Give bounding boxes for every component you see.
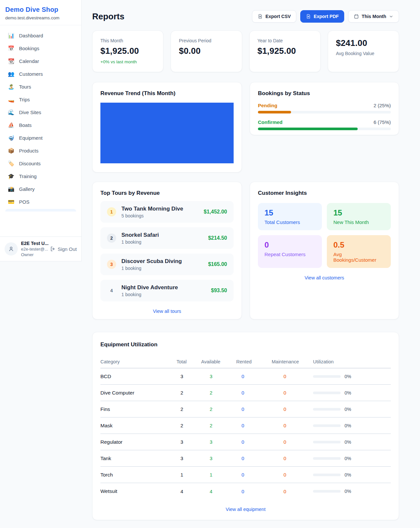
utilization-pct: 0% [345,472,351,477]
cell-maintenance: 0 [272,439,313,445]
sidebar-item-label: Boats [19,122,32,128]
sidebar-item-calendar[interactable]: 📆 Calendar [3,55,79,68]
col-header-total: Total [177,359,201,364]
insight-repeat-customers: 0 Repeat Customers [258,235,322,268]
sidebar-item-gallery[interactable]: 📸 Gallery [3,183,79,195]
tour-bookings: 1 booking [121,292,206,297]
table-row: Mask 2 2 0 0 0% [100,417,391,434]
cell-available: 2 [201,423,236,428]
calendar-icon: 📅 [8,45,14,51]
utilization-bar [313,457,341,460]
cell-rented: 0 [236,374,272,379]
tour-name: Discover Scuba Diving [121,258,203,265]
stat-value: $1,925.00 [100,46,155,56]
cell-available: 2 [201,406,236,412]
sidebar-item-bookings[interactable]: 📅 Bookings [3,42,79,55]
cell-rented: 0 [236,456,272,461]
sign-out-icon [50,246,56,252]
sidebar-item-discounts[interactable]: 🏷️ Discounts [3,157,79,170]
user-name: E2E Test U... [21,241,47,246]
export-csv-label: Export CSV [265,14,291,19]
view-all-tours-link[interactable]: View all tours [153,309,181,314]
tour-name: Snorkel Safari [121,232,203,238]
status-count: 2 (25%) [373,103,391,108]
bookings-by-status-title: Bookings by Status [258,90,391,97]
export-pdf-button[interactable]: Export PDF [300,10,344,23]
sidebar-item-tours[interactable]: 🏝️ Tours [3,80,79,93]
sidebar-item-label: Discounts [19,161,41,166]
cell-total: 2 [177,390,201,396]
sidebar-item-label: Bookings [19,46,39,51]
cell-category: BCD [100,374,177,379]
brand: Demo Dive Shop demo.test.divestreams.com [0,0,81,25]
view-all-equipment-link[interactable]: View all equipment [226,507,265,512]
sign-out-label: Sign Out [58,246,77,252]
cell-rented: 0 [236,390,272,396]
rank-badge: 1 [107,207,116,216]
user-email: e2e-tester@... [21,247,47,252]
cell-total: 3 [177,374,201,379]
sidebar-item-active-partial[interactable] [5,209,76,212]
sidebar-item-label: Training [19,173,37,179]
tour-amount: $214.50 [208,235,227,241]
stat-value: $241.00 [336,38,391,48]
status-bar-fill [258,111,291,113]
sidebar-item-trips[interactable]: 🚤 Trips [3,93,79,106]
page-header: Reports Export CSV Export PDF [92,10,399,23]
sidebar-item-label: Dive Sites [19,110,41,115]
sign-out-button[interactable]: Sign Out [50,246,77,252]
table-row: Tank 3 3 0 0 0% [100,450,391,467]
col-header-maintenance: Maintenance [272,359,313,364]
sidebar-item-products[interactable]: 📦 Products [3,144,79,157]
equipment-table: Category Total Available Rented Maintena… [100,355,391,499]
sidebar-item-customers[interactable]: 👥 Customers [3,68,79,80]
sidebar-item-dashboard[interactable]: 📊 Dashboard [3,29,79,42]
utilization-bar [313,375,341,378]
cell-category: Wetsuit [100,488,177,494]
sidebar-item-boats[interactable]: ⛵ Boats [3,119,79,132]
avatar [5,242,18,255]
tag-icon: 🏷️ [8,160,14,167]
sidebar-item-equipment[interactable]: 🤿 Equipment [3,132,79,144]
list-item: 2 Snorkel Safari 1 booking $214.50 [100,227,234,249]
file-download-icon [306,14,311,19]
list-item: 1 Two Tank Morning Dive 5 bookings $1,45… [100,201,234,223]
equipment-utilization-card: Equipment Utilization Category Total Ava… [92,332,399,520]
customer-insights-card: Customer Insights 15 Total Customers 15 … [250,182,399,319]
cell-total: 4 [177,489,201,494]
stat-card-this-month: This Month $1,925.00 +0% vs last month [92,30,163,72]
status-count: 6 (75%) [373,119,391,125]
customer-insights-title: Customer Insights [258,190,391,196]
insight-value: 15 [264,208,315,217]
cell-available: 3 [201,456,236,461]
col-header-utilization: Utilization [313,359,391,364]
sidebar-item-pos[interactable]: 💳 POS [3,195,79,208]
tour-bookings: 5 bookings [121,213,199,218]
period-dropdown[interactable]: This Month [348,10,399,23]
status-label: Confirmed [258,119,283,125]
cell-total: 2 [177,423,201,428]
view-all-customers-link[interactable]: View all customers [304,275,344,280]
status-row-confirmed: Confirmed 6 (75%) [258,119,391,130]
cell-category: Mask [100,423,177,429]
sidebar-item-dive-sites[interactable]: 🌊 Dive Sites [3,106,79,119]
graduation-cap-icon: 🎓 [8,173,14,179]
header-actions: Export CSV Export PDF This Month [252,10,399,23]
cell-rented: 0 [236,439,272,445]
brand-domain: demo.test.divestreams.com [5,15,76,20]
revenue-trend-chart [100,103,234,163]
cell-total: 3 [177,456,201,461]
utilization-bar [313,474,341,476]
cell-category: Regulator [100,439,177,445]
top-tours-title: Top Tours by Revenue [100,190,234,196]
status-bar-track [258,111,391,113]
export-csv-button[interactable]: Export CSV [252,10,296,23]
sidebar-item-training[interactable]: 🎓 Training [3,170,79,183]
insight-label: Avg Bookings/Customer [333,252,384,263]
utilization-bar [313,408,341,411]
wave-icon: 🌊 [8,109,14,115]
calendar-outline-icon [354,14,359,19]
cell-available: 1 [201,472,236,477]
cell-rented: 0 [236,489,272,494]
stat-value: $0.00 [179,46,234,56]
